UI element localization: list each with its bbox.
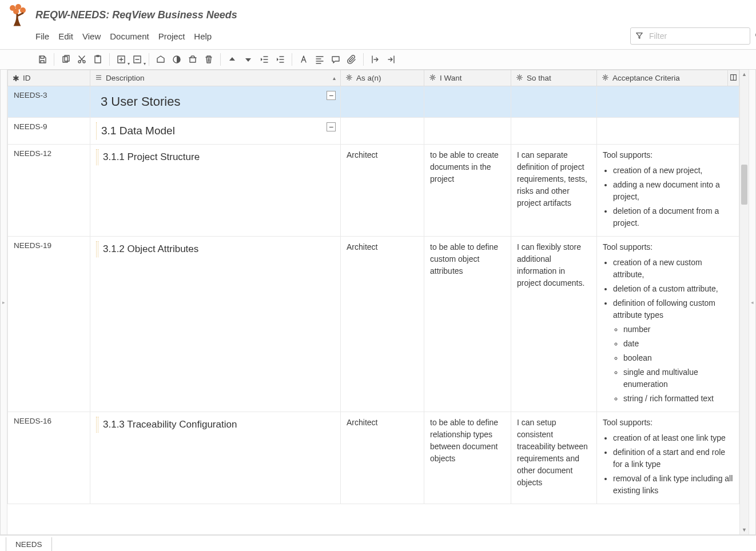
table-row[interactable]: NEEDS-12 3.1.1 Project Structure Archite… bbox=[8, 145, 739, 237]
menu-project[interactable]: Project bbox=[158, 31, 185, 41]
description-cell[interactable]: 3.1.1 Project Structure bbox=[90, 145, 341, 237]
acceptance-cell[interactable]: Tool supports:creation of a new project,… bbox=[597, 145, 739, 237]
as-an-cell[interactable]: Architect bbox=[341, 145, 424, 237]
half-icon[interactable] bbox=[169, 51, 185, 67]
as-an-cell[interactable]: Architect bbox=[341, 237, 424, 412]
outdent-icon[interactable] bbox=[256, 51, 272, 67]
filter-input[interactable] bbox=[648, 31, 750, 41]
filter-box[interactable] bbox=[630, 27, 750, 45]
i-want-cell[interactable]: to be able to define relationship types … bbox=[424, 412, 511, 504]
description-cell[interactable]: 3 User Stories − bbox=[90, 86, 341, 118]
so-that-cell[interactable]: I can setup consistent traceability betw… bbox=[511, 412, 597, 504]
delete-icon[interactable] bbox=[201, 51, 217, 67]
acceptance-cell[interactable]: Tool supports:creation of a new custom a… bbox=[597, 237, 739, 412]
row-heading: 3.1.3 Traceability Configuration bbox=[103, 417, 237, 433]
asterisk-icon: ✱ bbox=[13, 74, 19, 83]
acceptance-cell[interactable] bbox=[597, 86, 739, 118]
menu-edit[interactable]: Edit bbox=[58, 31, 73, 41]
table-row[interactable]: NEEDS-3 3 User Stories − bbox=[8, 86, 739, 118]
menu-view[interactable]: View bbox=[82, 31, 101, 41]
table-row[interactable]: NEEDS-9 3.1 Data Model − bbox=[8, 118, 739, 145]
cut-icon[interactable] bbox=[74, 51, 90, 67]
id-cell[interactable]: NEEDS-19 bbox=[8, 237, 90, 412]
remove-row-icon[interactable]: ▾ bbox=[129, 51, 145, 67]
id-cell[interactable]: NEEDS-9 bbox=[8, 118, 90, 145]
as-an-cell[interactable]: Architect bbox=[341, 412, 424, 504]
main-area: ▸ ✱ID Description ▴ bbox=[0, 70, 756, 535]
right-panel-toggle[interactable]: ◂ bbox=[749, 70, 755, 534]
move-up-icon[interactable] bbox=[224, 51, 240, 67]
scroll-thumb[interactable] bbox=[741, 165, 747, 205]
vertical-scrollbar[interactable]: ▲ ▼ bbox=[739, 70, 749, 534]
goto-end-icon[interactable] bbox=[383, 51, 399, 67]
add-row-icon[interactable]: ▾ bbox=[113, 51, 129, 67]
comment-icon[interactable] bbox=[328, 51, 344, 67]
column-header-i-want[interactable]: I Want bbox=[424, 70, 511, 86]
row-heading: 3.1.2 Object Attributes bbox=[103, 241, 198, 257]
requirements-grid[interactable]: ✱ID Description ▴ As a(n) bbox=[7, 70, 739, 534]
column-header-as-an[interactable]: As a(n) bbox=[341, 70, 424, 86]
left-panel-toggle[interactable]: ▸ bbox=[1, 70, 7, 534]
outline-gutter bbox=[96, 91, 101, 113]
so-that-cell[interactable]: I can flexibly store additional informat… bbox=[511, 237, 597, 412]
indent-icon[interactable] bbox=[272, 51, 288, 67]
menu-document[interactable]: Document bbox=[110, 31, 149, 41]
collapse-icon[interactable]: − bbox=[327, 122, 336, 131]
text-format-icon[interactable] bbox=[296, 51, 312, 67]
gear-icon bbox=[602, 74, 609, 83]
gear-icon bbox=[516, 74, 523, 83]
gear-icon bbox=[429, 74, 436, 83]
acceptance-cell[interactable]: Tool supports:creation of at least one l… bbox=[597, 412, 739, 504]
svg-point-16 bbox=[432, 76, 433, 78]
scroll-down-icon[interactable]: ▼ bbox=[740, 525, 749, 534]
menu-help[interactable]: Help bbox=[194, 31, 212, 41]
document-tabs: NEEDS bbox=[0, 535, 756, 551]
toolbar: ▾ ▾ bbox=[0, 49, 756, 70]
table-row[interactable]: NEEDS-19 3.1.2 Object Attributes Archite… bbox=[8, 237, 739, 412]
svg-rect-10 bbox=[95, 56, 101, 63]
gear-icon bbox=[345, 74, 353, 83]
goto-next-icon[interactable] bbox=[367, 51, 383, 67]
column-layout-button[interactable] bbox=[728, 70, 739, 86]
i-want-cell[interactable] bbox=[424, 86, 511, 118]
id-cell[interactable]: NEEDS-16 bbox=[8, 412, 90, 504]
tag-icon[interactable] bbox=[153, 51, 169, 67]
row-heading: 3 User Stories bbox=[101, 91, 180, 113]
description-cell[interactable]: 3.1.2 Object Attributes bbox=[90, 237, 341, 412]
move-down-icon[interactable] bbox=[240, 51, 256, 67]
paste-icon[interactable] bbox=[90, 51, 106, 67]
scroll-up-icon[interactable]: ▲ bbox=[740, 70, 749, 79]
tab-needs[interactable]: NEEDS bbox=[6, 537, 52, 551]
svg-point-15 bbox=[348, 76, 350, 78]
menu-file[interactable]: File bbox=[35, 31, 49, 41]
column-header-so-that[interactable]: So that bbox=[511, 70, 597, 86]
as-an-cell[interactable] bbox=[341, 118, 424, 145]
collapse-icon[interactable]: − bbox=[327, 91, 336, 100]
column-header-id[interactable]: ✱ID bbox=[8, 70, 90, 86]
i-want-cell[interactable]: to be able to create documents in the pr… bbox=[424, 145, 511, 237]
id-cell[interactable]: NEEDS-12 bbox=[8, 145, 90, 237]
outline-gutter bbox=[96, 149, 103, 165]
description-cell[interactable]: 3.1.3 Traceability Configuration bbox=[90, 412, 341, 504]
outline-gutter bbox=[96, 417, 103, 433]
archive-icon[interactable] bbox=[185, 51, 201, 67]
description-cell[interactable]: 3.1 Data Model − bbox=[90, 118, 341, 145]
column-header-description[interactable]: Description ▴ bbox=[90, 70, 341, 86]
id-cell[interactable]: NEEDS-3 bbox=[8, 86, 90, 118]
outline-gutter bbox=[96, 122, 101, 139]
column-header-acceptance[interactable]: Acceptance Criteria bbox=[597, 70, 728, 86]
acceptance-cell[interactable] bbox=[597, 118, 739, 145]
align-icon[interactable] bbox=[312, 51, 328, 67]
save-icon[interactable] bbox=[34, 51, 50, 67]
svg-point-18 bbox=[604, 76, 606, 78]
filter-icon bbox=[635, 31, 643, 41]
so-that-cell[interactable]: I can separate definition of project req… bbox=[511, 145, 597, 237]
table-row[interactable]: NEEDS-16 3.1.3 Traceability Configuratio… bbox=[8, 412, 739, 504]
as-an-cell[interactable] bbox=[341, 86, 424, 118]
i-want-cell[interactable]: to be able to define custom object attri… bbox=[424, 237, 511, 412]
attachment-icon[interactable] bbox=[344, 51, 360, 67]
so-that-cell[interactable] bbox=[511, 86, 597, 118]
copy-icon[interactable] bbox=[58, 51, 74, 67]
so-that-cell[interactable] bbox=[511, 118, 597, 145]
i-want-cell[interactable] bbox=[424, 118, 511, 145]
